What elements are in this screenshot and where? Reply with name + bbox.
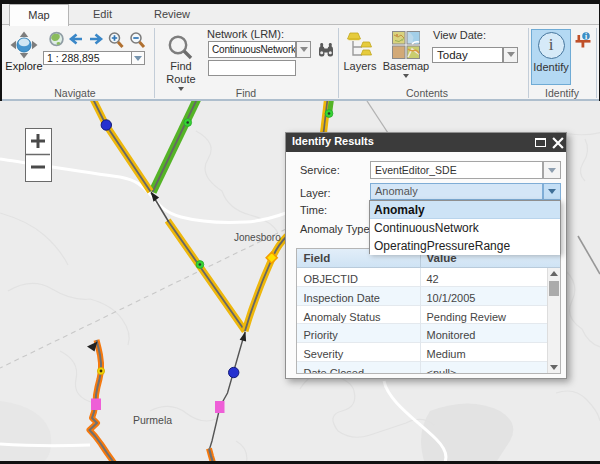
svg-text:i: i <box>585 32 587 41</box>
svg-text:Purmela: Purmela <box>133 414 172 426</box>
svg-text:Jonesboro: Jonesboro <box>234 232 281 243</box>
